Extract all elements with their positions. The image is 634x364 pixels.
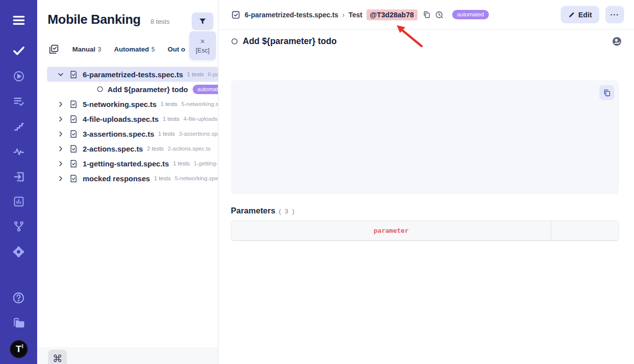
close-icon[interactable]: × [200, 37, 205, 46]
test-title: Add ${parameter} todo [243, 36, 337, 47]
spec-tree: 6-parametrized-tests.spec.ts1 tests6-par… [37, 67, 218, 186]
sidebar-gear-icon[interactable] [12, 245, 25, 259]
time-alert-icon[interactable] [435, 10, 444, 19]
filter-tab-manual[interactable]: Manual3 [72, 46, 101, 53]
sidebar-stairs-icon[interactable] [13, 120, 25, 132]
sidebar-bar-chart-icon[interactable] [12, 195, 25, 208]
tree-item-3-assertions-spec-ts[interactable]: 3-assertions.spec.ts1 tests3-assertions.… [47, 126, 218, 141]
tree-test-item[interactable]: Add ${parameter} todoautomated [47, 82, 218, 97]
chevron-down-icon[interactable] [57, 71, 64, 78]
tree-item-suffix: 2-actions.spec.ts [168, 146, 211, 152]
file-check-icon [69, 129, 78, 139]
more-button[interactable]: ··· [605, 6, 624, 23]
tree-item-name: 1-getting-started.spec.ts [83, 159, 169, 168]
sidebar-git-branch-icon[interactable] [12, 220, 25, 233]
file-check-icon [69, 100, 78, 109]
filter-button[interactable] [192, 12, 213, 30]
tree-item-name: 6-parametrized-tests.spec.ts [83, 70, 183, 79]
tree-item-suffix: 5-networking.spec. [181, 101, 218, 107]
sidebar-menu-icon[interactable] [11, 13, 26, 28]
chev-down-icon [57, 71, 64, 78]
chevron-right-icon[interactable] [57, 130, 64, 138]
tree-item-name: 2-actions.spec.ts [83, 145, 143, 153]
breadcrumb: 6-parametrized-tests.spec.ts › Test @T3d… [231, 9, 489, 20]
gear-icon [12, 245, 25, 259]
filter-tab-out-o[interactable]: Out o [167, 46, 185, 53]
menu-icon [11, 13, 26, 28]
tree-item-count: 1 tests [173, 160, 190, 166]
panel-bottom-bar: ⌘ [37, 347, 218, 364]
tree-item-mocked-responses[interactable]: mocked responses1 tests5-networking.spec… [47, 171, 218, 186]
automated-badge: automated [452, 10, 489, 19]
sidebar-folder-icon[interactable] [12, 316, 26, 330]
circle-o-icon [97, 86, 104, 93]
project-header: Mobile Banking 8 tests [37, 0, 218, 27]
project-panel: Mobile Banking 8 tests × [Esc] Manual3Au… [37, 0, 218, 364]
copy-code-button[interactable] [599, 85, 614, 100]
code-block [231, 80, 619, 194]
breadcrumb-file[interactable]: 6-parametrized-tests.spec.ts [245, 11, 338, 19]
tree-item-name: 3-assertions.spec.ts [83, 130, 154, 138]
play-circle-icon [12, 70, 25, 83]
testomat-logo[interactable]: T [10, 340, 28, 358]
tree-item-count: 1 tests [162, 116, 179, 122]
filter-tab-count: 5 [152, 46, 155, 53]
chevron-right-icon[interactable] [57, 175, 64, 182]
file-check-icon [69, 144, 78, 154]
tree-item-4-file-uploads-spec-ts[interactable]: 4-file-uploads.spec.ts1 tests4-file-uplo… [47, 111, 218, 126]
sidebar-check-icon[interactable] [12, 44, 26, 57]
parameters-table: parameter [231, 220, 619, 241]
actions-column-header [551, 221, 619, 240]
chevron-right-icon[interactable] [57, 101, 64, 108]
filter-tab-automated[interactable]: Automated5 [114, 46, 155, 53]
tree-item-2-actions-spec-ts[interactable]: 2-actions.spec.ts2 tests2-actions.spec.t… [47, 141, 218, 156]
tree-item-6-parametrized-tests-spec-ts[interactable]: 6-parametrized-tests.spec.ts1 tests6-par… [47, 67, 218, 82]
list-check-icon [12, 95, 25, 108]
sidebar-pulse-icon[interactable] [12, 145, 25, 158]
command-icon: ⌘ [53, 353, 62, 364]
test-id-highlight[interactable]: @T3d28ab78 [367, 9, 418, 20]
check-icon [12, 44, 26, 57]
project-tests-count: 8 tests [151, 18, 169, 25]
assignee-avatar-icon[interactable] [612, 36, 622, 47]
esc-key-hint: [Esc] [196, 47, 210, 54]
edit-button[interactable]: Edit [561, 6, 599, 23]
chevron-right-icon[interactable] [57, 160, 64, 167]
tree-item-5-networking-spec-ts[interactable]: 5-networking.spec.ts1 tests5-networking.… [47, 97, 218, 111]
chev-right-icon [57, 160, 64, 167]
tree-item-count: 1 tests [187, 71, 204, 77]
parameters-count: ( 3 ) [279, 208, 295, 215]
tree-item-name: 5-networking.spec.ts [83, 100, 157, 108]
tree-item-count: 1 tests [158, 131, 175, 137]
chevron-right-icon[interactable] [57, 145, 64, 153]
automated-badge: automated [193, 85, 218, 94]
copy-icon [603, 89, 611, 97]
test-title-row: Add ${parameter} todo [218, 30, 634, 52]
sidebar-play-circle-icon[interactable] [12, 70, 25, 83]
tree-item-1-getting-started-spec-ts[interactable]: 1-getting-started.spec.ts1 tests1-gettin… [47, 156, 218, 171]
file-check-icon [69, 129, 78, 139]
file-check-icon [69, 70, 78, 79]
sidebar-list-check-icon[interactable] [12, 95, 25, 108]
file-check-icon [69, 144, 78, 154]
tree-item-count: 1 tests [154, 175, 171, 181]
project-title: Mobile Banking [48, 12, 141, 27]
command-key-button[interactable]: ⌘ [48, 350, 67, 364]
test-status-circle-icon [97, 86, 104, 93]
copy-test-id-icon[interactable] [423, 10, 431, 19]
file-check-icon [69, 114, 78, 124]
chev-right-icon [57, 130, 64, 138]
select-all-icon[interactable] [48, 44, 59, 55]
detail-tabs [231, 53, 619, 75]
chev-right-icon [57, 175, 64, 182]
file-check-icon [69, 174, 78, 183]
sidebar-help-circle-icon[interactable] [12, 291, 25, 305]
help-circle-icon [12, 291, 25, 305]
sidebar-sign-in-icon[interactable] [12, 170, 25, 183]
test-topbar: 6-parametrized-tests.spec.ts › Test @T3d… [218, 0, 634, 30]
task-check-icon [231, 10, 241, 20]
chevron-right-icon[interactable] [57, 115, 64, 123]
file-check-icon [69, 114, 78, 124]
filter-icon [198, 17, 207, 26]
file-check-icon [69, 100, 78, 109]
